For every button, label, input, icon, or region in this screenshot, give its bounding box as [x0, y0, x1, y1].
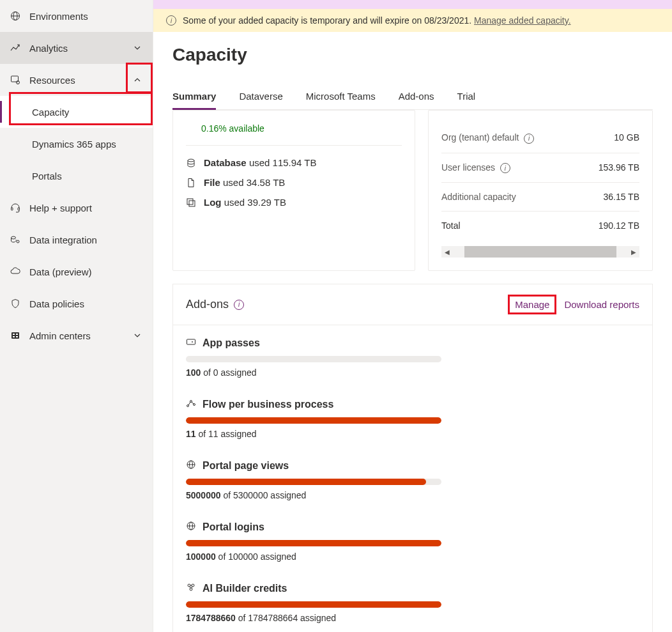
sidebar-label: Resources: [29, 75, 123, 86]
info-icon[interactable]: i: [234, 300, 244, 310]
svg-rect-18: [189, 201, 195, 206]
database-icon: [186, 158, 196, 168]
purple-banner-strip: [153, 0, 672, 9]
tab-add-ons[interactable]: Add-ons: [399, 84, 434, 109]
log-icon: [186, 197, 196, 208]
download-reports-link[interactable]: Download reports: [564, 299, 639, 310]
info-row-org-default: Org (tenant) default i 10 GB: [441, 123, 639, 153]
manage-link[interactable]: Manage: [515, 299, 549, 310]
info-banner: i Some of your added capacity is tempora…: [153, 9, 672, 32]
file-icon: [186, 178, 196, 188]
addon-progress-bar: [186, 540, 441, 546]
globe-icon: [10, 11, 20, 21]
svg-point-20: [192, 342, 193, 343]
addon-status: 5000000 of 5300000 assigned: [186, 490, 639, 500]
addons-card: Add-ons i Manage Download reports App pa…: [172, 284, 653, 632]
svg-point-31: [192, 584, 194, 587]
svg-rect-7: [11, 208, 13, 210]
usage-row-log: Log used 39.29 TB: [186, 197, 402, 208]
sidebar-sub-label: Dynamics 365 apps: [32, 139, 116, 150]
sidebar-sub-label: Capacity: [32, 107, 69, 118]
svg-line-34: [192, 587, 192, 589]
sidebar-item-analytics[interactable]: Analytics: [0, 32, 153, 64]
scroll-left-arrow[interactable]: ◀: [441, 246, 453, 258]
available-text: 0.16% available: [201, 123, 402, 134]
usage-row-database: Database used 115.94 TB: [186, 157, 402, 168]
info-icon[interactable]: i: [524, 134, 534, 144]
page-title: Capacity: [172, 45, 653, 65]
info-row-user-licenses: User licenses i 153.96 TB: [441, 153, 639, 183]
sidebar-label: Help + support: [29, 203, 142, 213]
sidebar-item-admin-centers[interactable]: Admin centers: [0, 320, 153, 351]
chevron-up-icon: [132, 75, 142, 85]
addon-status: 100 of 0 assigned: [186, 367, 639, 378]
svg-rect-13: [16, 334, 18, 335]
scroll-right-arrow[interactable]: ▶: [628, 246, 639, 258]
chevron-down-icon: [132, 330, 142, 341]
shield-icon: [10, 298, 20, 309]
addon-title: App passes: [186, 337, 639, 350]
flow-icon: [186, 398, 196, 411]
svg-point-16: [188, 159, 194, 162]
sidebar-item-environments[interactable]: Environments: [0, 0, 153, 32]
cloud-icon: [10, 266, 20, 277]
sidebar-item-data-preview[interactable]: Data (preview): [0, 256, 153, 288]
resources-icon: [10, 75, 20, 85]
highlight-box-manage: Manage: [508, 295, 556, 314]
sidebar-sub-portals[interactable]: Portals: [0, 160, 153, 192]
addon-progress-bar: [186, 479, 441, 485]
sidebar-sub-dynamics[interactable]: Dynamics 365 apps: [0, 128, 153, 160]
info-icon[interactable]: i: [500, 163, 510, 173]
addon-status: 100000 of 100000 assigned: [186, 551, 639, 562]
globe-icon: [186, 459, 196, 472]
svg-rect-12: [13, 334, 15, 335]
ai-icon: [186, 582, 196, 595]
usage-row-file: File used 34.58 TB: [186, 177, 402, 188]
tab-dataverse[interactable]: Dataverse: [239, 84, 282, 109]
addon-title: AI Builder credits: [186, 582, 639, 595]
addon-item: Portal logins100000 of 100000 assigned: [173, 509, 652, 571]
svg-rect-8: [18, 208, 20, 210]
info-row-additional-capacity: Additional capacity 36.15 TB: [441, 183, 639, 212]
storage-usage-card: 0.16% available Database used 115.94 TB …: [172, 110, 415, 271]
addon-progress-bar: [186, 601, 441, 608]
addon-item: AI Builder credits1784788660 of 17847886…: [173, 571, 652, 632]
tab-microsoft-teams[interactable]: Microsoft Teams: [306, 84, 376, 109]
sidebar-item-data-policies[interactable]: Data policies: [0, 288, 153, 320]
pass-icon: [186, 337, 196, 350]
svg-point-9: [11, 236, 16, 239]
svg-rect-17: [187, 199, 193, 204]
svg-point-32: [190, 588, 192, 590]
banner-link[interactable]: Manage added capacity.: [474, 15, 571, 26]
svg-rect-15: [16, 336, 18, 337]
svg-rect-14: [13, 336, 15, 337]
svg-rect-11: [11, 332, 19, 339]
sidebar-label: Data integration: [29, 235, 142, 245]
sidebar-label: Environments: [29, 11, 142, 22]
info-row-total: Total 190.12 TB: [441, 212, 639, 240]
globe-icon: [186, 521, 196, 534]
addons-title: Add-ons i: [186, 298, 244, 311]
addon-progress-bar: [186, 417, 441, 424]
sidebar: Environments Analytics Resources Capacit…: [0, 0, 153, 632]
chevron-down-icon: [132, 43, 142, 53]
tabs: Summary Dataverse Microsoft Teams Add-on…: [172, 84, 653, 110]
svg-line-33: [190, 587, 191, 589]
sidebar-sub-label: Portals: [32, 171, 62, 181]
sidebar-item-data-integration[interactable]: Data integration: [0, 224, 153, 256]
sidebar-item-resources[interactable]: Resources: [0, 64, 153, 96]
tab-trial[interactable]: Trial: [457, 84, 476, 109]
horizontal-scrollbar[interactable]: ◀ ▶: [441, 246, 639, 258]
addon-progress-bar: [186, 356, 441, 362]
addon-title: Portal logins: [186, 521, 639, 534]
svg-point-30: [188, 584, 190, 587]
sidebar-sub-capacity[interactable]: Capacity: [0, 96, 153, 128]
tab-summary[interactable]: Summary: [172, 84, 216, 109]
sidebar-label: Data (preview): [29, 266, 142, 277]
addon-item: Flow per business process11 of 11 assign…: [173, 387, 652, 448]
sidebar-item-help[interactable]: Help + support: [0, 192, 153, 224]
headset-icon: [10, 203, 20, 213]
capacity-sources-card: Org (tenant) default i 10 GB User licens…: [428, 110, 653, 271]
addon-item: Portal page views5000000 of 5300000 assi…: [173, 448, 652, 509]
addon-title: Portal page views: [186, 459, 639, 472]
